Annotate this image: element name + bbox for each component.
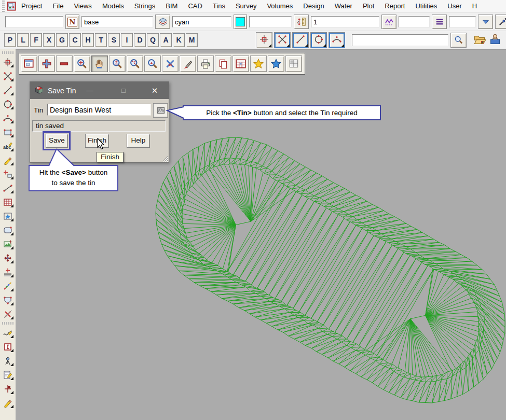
cad-rectangle-button[interactable] <box>2 127 14 138</box>
snap-cursor[interactable] <box>274 32 291 48</box>
menu-report[interactable]: Report <box>379 0 410 12</box>
cad-rounded-rect-button[interactable] <box>2 225 14 236</box>
dropdown-button[interactable] <box>478 15 493 29</box>
text-style-input[interactable] <box>5 16 63 27</box>
tin-name-input[interactable] <box>47 104 151 116</box>
dialog-title-bar[interactable]: 12 Save Tin — □ ✕ <box>30 82 169 99</box>
mode-button-H[interactable]: H <box>82 33 94 47</box>
view-grid-button[interactable] <box>233 55 249 72</box>
zoom-previous-button[interactable] <box>144 55 161 72</box>
eyedropper-button[interactable] <box>495 15 506 29</box>
search-input[interactable] <box>352 34 448 46</box>
point-on-line-button[interactable] <box>2 267 14 278</box>
view-menu-button[interactable] <box>21 55 37 72</box>
user-library-button[interactable] <box>487 33 503 47</box>
menu-utilities[interactable]: Utilities <box>410 0 442 12</box>
colour-input[interactable] <box>172 16 231 27</box>
snap-circle[interactable] <box>310 32 327 48</box>
help-button[interactable]: Help <box>127 134 150 148</box>
snap-point[interactable] <box>256 32 272 48</box>
cad-toolbar-grip[interactable] <box>2 51 13 54</box>
mode-button-P[interactable]: P <box>4 33 16 47</box>
freehand-tool-button[interactable] <box>2 327 14 339</box>
window-layout-button[interactable] <box>285 55 302 72</box>
model-layers-button[interactable] <box>155 15 170 29</box>
mode-button-G[interactable]: G <box>56 33 68 47</box>
menu-plot[interactable]: Plot <box>358 0 379 12</box>
mode-button-I[interactable]: I <box>121 33 133 47</box>
copy-view-button[interactable] <box>215 55 231 72</box>
mode-button-A[interactable]: A <box>160 33 172 47</box>
pencil-tool-button[interactable] <box>2 397 14 409</box>
mode-button-Q[interactable]: Q <box>147 33 159 47</box>
mode-button-S[interactable]: S <box>108 33 120 47</box>
zoom-scale-button[interactable] <box>109 55 126 72</box>
menu-cad[interactable]: CAD <box>183 0 207 12</box>
delete-tool-button[interactable] <box>2 309 14 320</box>
mode-button-D[interactable]: D <box>134 33 146 47</box>
mode-button-M[interactable]: M <box>186 33 198 47</box>
polygon-tool-button[interactable] <box>2 295 14 306</box>
cad-arc-button[interactable] <box>2 113 14 124</box>
menu-strings[interactable]: Strings <box>129 0 160 12</box>
mode-button-T[interactable]: T <box>95 33 107 47</box>
mode-button-K[interactable]: K <box>173 33 185 47</box>
maximize-button[interactable]: □ <box>116 82 131 99</box>
tin-select-button[interactable] <box>153 103 168 118</box>
mode-button-F[interactable]: F <box>30 33 42 47</box>
menu-bim[interactable]: BIM <box>160 0 183 12</box>
menu-project[interactable]: Project <box>16 0 47 12</box>
cad-symbol-pencil-button[interactable] <box>2 155 14 166</box>
menu-survey[interactable]: Survey <box>230 0 262 12</box>
colour-swatch-button[interactable] <box>234 15 247 29</box>
zoom-extents-button[interactable] <box>74 55 90 72</box>
pan-button[interactable] <box>91 55 108 72</box>
cad-intersection-button[interactable] <box>2 71 14 82</box>
model-input[interactable] <box>81 16 153 27</box>
favourite-blue-button[interactable] <box>268 55 284 72</box>
snap-arc[interactable] <box>329 32 345 48</box>
resize-grip[interactable] <box>161 155 168 162</box>
weight-zigzag-button[interactable] <box>381 15 396 29</box>
cad-grid-button[interactable] <box>2 197 14 208</box>
plot-view-button[interactable] <box>197 55 214 72</box>
mode-button-L[interactable]: L <box>17 33 29 47</box>
name-button[interactable]: N <box>65 15 79 29</box>
height-z-button[interactable]: Z <box>294 15 309 29</box>
insert-image-button[interactable] <box>2 239 14 250</box>
menu-design[interactable]: Design <box>298 0 329 12</box>
menu-models[interactable]: Models <box>97 0 129 12</box>
redraw-button[interactable] <box>180 55 196 72</box>
snap-line[interactable] <box>292 32 309 48</box>
open-project-button[interactable] <box>472 33 487 47</box>
menu-user[interactable]: User <box>442 0 467 12</box>
size-input[interactable] <box>311 16 379 27</box>
cad-text-button[interactable]: abc <box>2 141 14 152</box>
menu-tins[interactable]: Tins <box>208 0 230 12</box>
menu-volumes[interactable]: Volumes <box>262 0 298 12</box>
strings-toggle-button[interactable] <box>162 55 179 72</box>
menubar-grip[interactable] <box>2 1 5 12</box>
cad-line-button[interactable] <box>2 85 14 96</box>
minimize-button[interactable]: — <box>82 82 98 99</box>
cad-symbol-box-button[interactable] <box>2 211 14 222</box>
crosshair-flag-button[interactable] <box>2 383 14 395</box>
zoom-out-button[interactable] <box>56 55 73 72</box>
cad-measure-button[interactable] <box>2 183 14 194</box>
cad-circle-button[interactable] <box>2 99 14 110</box>
height-input[interactable] <box>249 16 292 27</box>
mode-button-C[interactable]: C <box>69 33 81 47</box>
edit-note-button[interactable] <box>2 369 14 381</box>
application-icon[interactable] <box>7 2 16 11</box>
favourite-yellow-button[interactable] <box>250 55 267 72</box>
menu-h[interactable]: H <box>467 0 482 12</box>
survey-instrument-button[interactable] <box>2 355 14 367</box>
library-book-button[interactable] <box>503 33 506 47</box>
mode-button-X[interactable]: X <box>43 33 55 47</box>
interface-tool-button[interactable] <box>2 341 14 353</box>
menu-file[interactable]: File <box>47 0 69 12</box>
coloured-line-button[interactable] <box>2 281 14 292</box>
linestyle-input[interactable] <box>399 16 430 27</box>
cad-point-button[interactable] <box>2 57 14 68</box>
tinability-input[interactable] <box>449 16 476 27</box>
